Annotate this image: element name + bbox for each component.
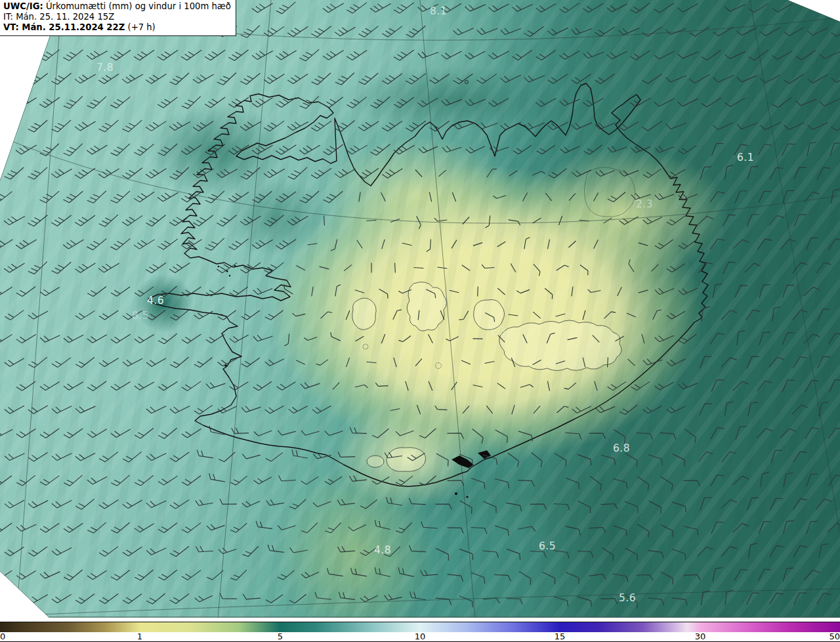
wind-barb bbox=[394, 0, 413, 15]
wind-barb bbox=[278, 566, 294, 581]
wind-barb bbox=[666, 118, 686, 130]
wind-barb bbox=[146, 542, 166, 556]
wind-barb bbox=[243, 593, 261, 600]
wind-barb bbox=[16, 234, 36, 250]
wind-barb bbox=[654, 46, 675, 60]
wind-barb bbox=[241, 21, 260, 39]
wind-barb bbox=[28, 447, 48, 463]
wind-barb bbox=[346, 45, 367, 62]
wind-barb bbox=[584, 140, 602, 156]
wind-barb bbox=[111, 186, 130, 205]
wind-barb bbox=[636, 433, 652, 440]
wind-barb bbox=[346, 140, 368, 156]
product-desc: Úrkomumætti (mm) og vindur i 100m hæð bbox=[43, 1, 231, 11]
wind-barb bbox=[459, 309, 468, 322]
wind-barb bbox=[643, 164, 662, 179]
wind-barb bbox=[87, 140, 107, 156]
colorbar: 01510153050 bbox=[0, 622, 840, 642]
wind-barb bbox=[747, 590, 759, 607]
wind-barb bbox=[5, 495, 24, 509]
wind-barb bbox=[679, 283, 698, 296]
wind-barb bbox=[28, 257, 47, 276]
precip-extremum-label: 6.8 bbox=[613, 442, 630, 454]
wind-barb bbox=[748, 400, 758, 417]
wind-barb bbox=[240, 257, 261, 274]
wind-barb bbox=[40, 423, 59, 440]
wind-barb bbox=[230, 471, 247, 486]
wind-barb bbox=[406, 68, 425, 85]
wind-barb bbox=[807, 519, 818, 536]
wind-barb bbox=[311, 163, 331, 180]
wind-barb bbox=[264, 69, 284, 85]
wind-barb bbox=[564, 572, 581, 584]
wind-barb bbox=[702, 306, 710, 322]
wind-barb bbox=[158, 565, 177, 582]
wind-barb bbox=[276, 0, 296, 16]
wind-barb bbox=[804, 568, 819, 585]
glacier-myrdalsjokull bbox=[387, 448, 426, 472]
wind-barb bbox=[747, 354, 759, 371]
precip-extremum-label: 2.3 bbox=[636, 198, 653, 210]
wind-barb bbox=[40, 330, 60, 343]
wind-barb bbox=[461, 360, 471, 364]
wind-barb bbox=[99, 353, 119, 368]
wind-barb bbox=[182, 92, 201, 110]
wind-barb bbox=[819, 542, 829, 559]
wind-barb bbox=[463, 406, 469, 413]
wind-barb bbox=[266, 498, 284, 506]
wind-barb bbox=[40, 566, 60, 580]
wind-barb bbox=[300, 92, 319, 110]
wind-barb bbox=[816, 261, 831, 277]
wind-barb bbox=[87, 376, 106, 392]
wind-barb bbox=[111, 139, 130, 158]
wind-barb bbox=[820, 93, 840, 107]
wind-barb bbox=[359, 192, 360, 202]
wind-barb bbox=[572, 287, 573, 297]
wind-barb bbox=[713, 117, 734, 131]
wind-barb bbox=[418, 93, 438, 108]
wind-barb bbox=[205, 186, 224, 205]
wind-barb bbox=[110, 92, 130, 110]
wind-barb bbox=[267, 545, 285, 553]
wind-barb bbox=[653, 309, 662, 322]
wind-barb bbox=[367, 220, 377, 221]
wind-barb bbox=[346, 92, 366, 110]
wind-barb bbox=[288, 163, 307, 181]
wind-barb bbox=[642, 69, 662, 85]
wind-barb bbox=[501, 22, 521, 35]
wind-barb bbox=[746, 308, 760, 324]
wind-barb bbox=[794, 212, 806, 229]
wind-barb bbox=[333, 383, 339, 390]
glacier-eyjafjallajokull bbox=[367, 456, 384, 467]
wind-barb bbox=[146, 69, 166, 85]
wind-barb bbox=[572, 117, 592, 131]
wind-barb bbox=[648, 598, 665, 605]
precip-wind-map: 8.17.86.12.34.68.51.36.84.86.55.6 bbox=[0, 0, 840, 618]
wind-barb bbox=[373, 520, 391, 529]
wind-barb bbox=[494, 479, 511, 488]
precip-extremum-label: 1.3 bbox=[489, 326, 506, 337]
wind-barb bbox=[158, 92, 177, 109]
wind-barb bbox=[497, 383, 505, 389]
wind-barb bbox=[679, 235, 697, 250]
wind-barb bbox=[796, 93, 816, 106]
wind-barb bbox=[123, 447, 141, 464]
wind-barb bbox=[516, 286, 530, 294]
wind-barb bbox=[611, 429, 628, 443]
wind-barb bbox=[110, 234, 130, 251]
wind-barb bbox=[784, 471, 793, 488]
wind-barb bbox=[52, 257, 72, 275]
wind-barb bbox=[667, 211, 685, 227]
wind-barb bbox=[0, 565, 12, 581]
wind-barb bbox=[587, 477, 604, 491]
wind-barb bbox=[64, 471, 82, 488]
wind-barb bbox=[607, 46, 627, 60]
wind-barb bbox=[146, 353, 166, 368]
wind-barb bbox=[75, 448, 95, 462]
wind-barb bbox=[64, 377, 83, 392]
wind-barb bbox=[135, 377, 154, 391]
wind-barb bbox=[620, 165, 639, 177]
wind-barb bbox=[599, 547, 616, 561]
wind-barb bbox=[349, 474, 367, 481]
wind-barb bbox=[52, 542, 72, 557]
